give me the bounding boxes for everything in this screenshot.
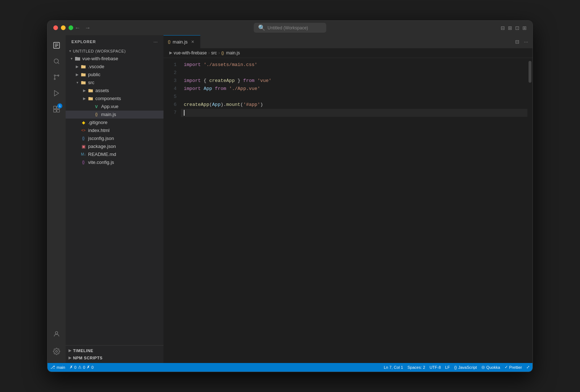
error-icon: ✗ <box>70 365 73 370</box>
npm-scripts-panel-header[interactable]: ▶ NPM SCRIPTS <box>66 354 163 362</box>
sidebar-item-vue-with-firebase[interactable]: ▾ vue-with-firebase <box>66 55 163 63</box>
token-plain: { <box>201 77 209 85</box>
svg-point-11 <box>56 350 58 352</box>
sidebar-more-icon[interactable]: ··· <box>153 39 158 45</box>
status-spaces[interactable]: Spaces: 2 <box>407 365 425 370</box>
vue-file-icon: V <box>93 103 100 110</box>
activity-account[interactable] <box>49 327 64 341</box>
info-icon: ✗ <box>87 365 90 370</box>
activity-debug[interactable] <box>49 86 64 100</box>
status-right: Ln 7, Col 1 Spaces: 2 UTF-8 LF {} JavaSc… <box>384 365 530 370</box>
search-bar[interactable]: 🔍 Untitled (Workspace) <box>254 23 326 33</box>
filename-label: .vscode <box>88 64 104 69</box>
timeline-panel-header[interactable]: ▶ TIMELINE <box>66 347 163 354</box>
sidebar-item-jsconfig[interactable]: {} jsconfig.json <box>66 135 163 143</box>
sidebar-item-public[interactable]: ▶ public <box>66 71 163 79</box>
scrollbar[interactable] <box>527 58 533 363</box>
sidebar-item-package-json[interactable]: ▣ package.json <box>66 143 163 150</box>
filename-label: components <box>95 96 121 101</box>
forward-button[interactable]: → <box>83 25 92 31</box>
split-editor-right-icon[interactable]: ⊟ <box>514 37 521 46</box>
token-plain <box>226 85 229 93</box>
tab-js-icon: {} <box>168 40 170 44</box>
tab-close-button[interactable]: × <box>190 39 196 45</box>
sidebar-item-vite-config[interactable]: {} vite.config.js <box>66 158 163 166</box>
scrollbar-thumb[interactable] <box>529 61 531 83</box>
traffic-lights <box>53 25 73 30</box>
maximize-button[interactable] <box>69 25 73 30</box>
filename-label: package.json <box>88 144 116 149</box>
breadcrumb-sep1: › <box>208 50 210 55</box>
activity-search[interactable] <box>49 54 64 69</box>
titlebar-center: 🔍 Untitled (Workspace) <box>254 23 326 33</box>
language-label: JavaScript <box>458 365 477 370</box>
code-content[interactable]: import './assets/main.css' import { crea… <box>181 58 527 363</box>
status-eol[interactable]: LF <box>445 365 450 370</box>
svg-point-4 <box>54 75 55 76</box>
warning-count: 0 <box>83 365 85 370</box>
status-language[interactable]: {} JavaScript <box>454 365 477 370</box>
token-from: from <box>215 85 226 93</box>
token-method: mount <box>226 101 240 109</box>
activity-explorer[interactable] <box>49 38 64 53</box>
md-file-icon: M↓ <box>80 151 87 158</box>
more-actions-icon[interactable]: ··· <box>522 37 530 46</box>
token-plain <box>254 77 257 85</box>
no-arrow <box>74 144 80 149</box>
token-import: import <box>184 85 201 93</box>
status-quokka[interactable]: ◎ Quokka <box>481 365 500 370</box>
nav-arrows: ← → <box>73 25 92 31</box>
code-line-3: import { createApp } from 'vue' <box>181 77 527 85</box>
tab-main-js[interactable]: {} main.js × <box>163 35 200 48</box>
layout-icon[interactable]: ⊞ <box>508 25 512 31</box>
vscode-window: ← → 🔍 Untitled (Workspace) ⊟ ⊞ ⊡ ⊞ <box>47 20 533 372</box>
folder-icon <box>74 55 81 62</box>
sidebar-item-main-js[interactable]: {} main.js <box>66 111 163 119</box>
sidebar-bottom: ▶ TIMELINE ▶ NPM SCRIPTS <box>66 345 163 363</box>
sidebar-item-index-html[interactable]: <> index.html <box>66 127 163 135</box>
filename-label: public <box>88 72 100 77</box>
activity-settings[interactable] <box>49 344 64 359</box>
quokka-icon: ◎ <box>481 365 485 370</box>
breadcrumb-sep2: › <box>218 50 220 55</box>
breadcrumb-src[interactable]: src <box>211 50 217 55</box>
sidebar-item-app-vue[interactable]: V App.vue <box>66 103 163 111</box>
sidebar-item-gitignore[interactable]: ◆ .gitignore <box>66 119 163 127</box>
status-prettier[interactable]: ✓ Prettier <box>505 365 522 370</box>
breadcrumb-current-file[interactable]: main.js <box>226 50 240 55</box>
code-editor[interactable]: 1 2 3 4 5 6 7 import './assets/main.css' <box>163 58 533 363</box>
sidebar-header: Explorer ··· <box>66 35 163 48</box>
folder-arrow: ▶ <box>82 88 87 94</box>
close-button[interactable] <box>53 25 58 30</box>
token-string: '#app' <box>243 101 260 109</box>
workspace-root[interactable]: ▾ UNTITLED (WORKSPACE) <box>66 48 163 55</box>
status-errors[interactable]: ✗ 0 ⚠ 0 ✗ 0 <box>70 365 94 370</box>
svg-point-2 <box>54 78 55 79</box>
line-numbers: 1 2 3 4 5 6 7 <box>163 58 181 363</box>
back-button[interactable]: ← <box>73 25 82 31</box>
svg-rect-8 <box>54 109 57 112</box>
sidebar-item-readme[interactable]: M↓ README.md <box>66 150 163 158</box>
layout2-icon[interactable]: ⊡ <box>515 25 519 31</box>
status-notifications[interactable]: ⤢ <box>526 365 530 370</box>
search-text: Untitled (Workspace) <box>268 25 308 30</box>
no-arrow <box>74 160 80 165</box>
quokka-label: Quokka <box>486 365 500 370</box>
status-branch[interactable]: ⎇ main <box>50 365 65 370</box>
status-bar: ⎇ main ✗ 0 ⚠ 0 ✗ 0 Ln 7, Col 1 Spaces: 2… <box>47 363 533 372</box>
sidebar-item-vscode[interactable]: ▶ .vscode <box>66 63 163 71</box>
activity-bottom <box>49 327 64 363</box>
activity-source-control[interactable] <box>49 70 64 84</box>
minimize-button[interactable] <box>61 25 66 30</box>
status-cursor-pos[interactable]: Ln 7, Col 1 <box>384 365 403 370</box>
split-editor-icon[interactable]: ⊟ <box>501 25 505 31</box>
activity-extensions[interactable]: 1 <box>49 102 64 116</box>
sidebar-item-components[interactable]: ▶ components <box>66 95 163 103</box>
breadcrumb-project[interactable]: vue-with-firebase <box>174 50 207 55</box>
sidebar-item-src[interactable]: ▾ src <box>66 79 163 87</box>
filename-label: main.js <box>101 112 116 117</box>
workspace-label: UNTITLED (WORKSPACE) <box>73 49 126 53</box>
sidebar-item-assets[interactable]: ▶ assets <box>66 87 163 95</box>
status-encoding[interactable]: UTF-8 <box>430 365 441 370</box>
customize-layout-icon[interactable]: ⊞ <box>522 25 527 31</box>
